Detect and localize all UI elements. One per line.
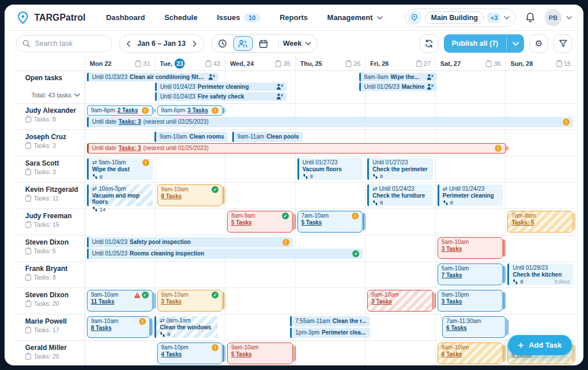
- calendar-view-button[interactable]: [254, 36, 273, 51]
- card-title: Perimeter clea...: [322, 329, 366, 336]
- task-card[interactable]: Until 01/24/23Fire safety check: [155, 92, 287, 101]
- card-time: 9am-10am: [371, 292, 399, 298]
- filter-button[interactable]: [554, 34, 572, 53]
- add-task-label: Add Task: [529, 341, 562, 349]
- card-time: 9am-10pm: [161, 344, 189, 351]
- task-card[interactable]: Until 01/24/23Perimeter cleaning: [155, 82, 287, 91]
- task-card[interactable]: 9am-10pm!4 Tasks: [157, 343, 223, 364]
- nav-item-management[interactable]: Management: [327, 13, 382, 22]
- publish-all-button[interactable]: Publish all (7): [444, 34, 524, 53]
- card-tasks-link[interactable]: 6 Tasks: [442, 351, 499, 358]
- nav-item-schedule[interactable]: Schedule: [164, 13, 197, 22]
- publish-dropdown[interactable]: [507, 34, 524, 53]
- edited-label: Edited: [554, 278, 570, 285]
- task-card[interactable]: 9am-10pm3 Tasks: [438, 290, 503, 312]
- nav-item-reports[interactable]: Reports: [280, 13, 308, 22]
- task-card[interactable]: 7:55am-11amClean the r...: [290, 316, 370, 326]
- task-card[interactable]: ⇄10am-3pmVacuum and mop floors14: [87, 184, 153, 206]
- task-card[interactable]: Until dateTasks: 3(nearest until 02/25/2…: [87, 117, 573, 127]
- next-week-button[interactable]: [190, 40, 199, 48]
- card-tasks-link[interactable]: Tasks: 5: [511, 219, 569, 226]
- task-card[interactable]: 7am-8amTasks: 5: [507, 211, 573, 233]
- task-card[interactable]: Until 01/27/23Check the perimeter8: [367, 158, 433, 180]
- person-label: Marie PowellTasks: 17: [16, 316, 85, 338]
- task-card[interactable]: 9am-10am✓11 Tasks: [87, 290, 153, 312]
- task-card[interactable]: ⇄0am-1amClean the windows8: [154, 316, 217, 338]
- card-tasks-link[interactable]: 3 Tasks: [161, 298, 219, 305]
- day-header-cell: Wed, 2435: [225, 56, 295, 70]
- task-card[interactable]: 9am-6pm2 Tasks!: [87, 105, 153, 116]
- card-title: Check the perimeter: [372, 166, 430, 173]
- card-tasks-link[interactable]: 8 Tasks: [161, 193, 219, 200]
- card-tasks-link[interactable]: 7 Tasks: [442, 272, 499, 279]
- nav-item-dashboard[interactable]: Dashboard: [106, 13, 145, 22]
- settings-button[interactable]: ⚙: [530, 34, 548, 53]
- task-card[interactable]: 9am-10am5 Tasks: [227, 343, 293, 364]
- card-tasks-link[interactable]: 3 Tasks: [371, 298, 429, 305]
- task-card[interactable]: 5am-10am7 Tasks: [438, 263, 503, 285]
- card-tasks-link[interactable]: 6 Tasks: [446, 325, 501, 332]
- task-card[interactable]: Until 01/26/23Machine: [359, 82, 438, 91]
- card-tasks-link[interactable]: 5 Tasks: [231, 351, 289, 358]
- task-card[interactable]: ⇄Until 01/24/23Perimeter cleaning8: [438, 184, 503, 206]
- task-card[interactable]: Until 01/27/23Vacuum floors8: [297, 158, 363, 180]
- task-card[interactable]: 7am-11:30am6 Tasks: [442, 316, 505, 338]
- card-tasks-link[interactable]: 8 Tasks: [91, 325, 146, 332]
- task-card[interactable]: ⇄Until 01/24/23Check the furniture8: [367, 184, 433, 206]
- task-card[interactable]: 7am-10am!5 Tasks: [297, 211, 363, 233]
- row-task-count: Tasks: 3: [25, 142, 80, 149]
- notifications-button[interactable]: [525, 12, 535, 23]
- day-task-count: 27: [416, 60, 431, 67]
- timeline-view-button[interactable]: [213, 36, 232, 51]
- card-tasks-link[interactable]: 3 Tasks: [442, 298, 499, 305]
- clipboard-icon: [486, 60, 492, 67]
- open-tasks-total[interactable]: Total: 43 tasks: [31, 92, 80, 99]
- card-tasks-link[interactable]: 4 Tasks: [161, 351, 219, 358]
- search-input[interactable]: [16, 35, 112, 52]
- user-menu[interactable]: PB: [545, 9, 572, 26]
- card-tasks-link[interactable]: 5 Tasks: [231, 219, 289, 226]
- clipboard-icon: [205, 60, 212, 67]
- card-time: 9am-10am: [231, 344, 259, 351]
- nav-item-label: Dashboard: [106, 13, 145, 22]
- task-card[interactable]: 9am-10am!8 Tasks: [87, 316, 150, 338]
- task-card[interactable]: 9am-10am3 Tasks: [438, 237, 503, 259]
- task-card[interactable]: 1pm-3pmPerimeter clea...: [290, 328, 370, 338]
- people-view-button[interactable]: [233, 36, 253, 51]
- card-time: 8am-9am: [364, 74, 388, 81]
- task-card[interactable]: 8am-9amWipe the...: [359, 73, 438, 81]
- task-card[interactable]: 9am-10am✓3 Tasks: [157, 290, 223, 312]
- refresh-button[interactable]: [420, 34, 438, 53]
- card-tasks-link[interactable]: 11 Tasks: [91, 298, 149, 305]
- period-select[interactable]: Week: [283, 40, 311, 48]
- task-card[interactable]: 9am-10am3 Tasks: [367, 290, 433, 312]
- card-tasks-link[interactable]: 2 Tasks: [117, 107, 138, 114]
- card-tasks-link[interactable]: Tasks: 3: [118, 145, 141, 152]
- card-tasks-link[interactable]: 3 Tasks: [188, 107, 208, 114]
- card-tasks-link[interactable]: 3 Tasks: [442, 246, 499, 253]
- task-card[interactable]: 9am-10am6 Tasks: [438, 343, 503, 364]
- card-tasks-link[interactable]: 5 Tasks: [301, 219, 359, 226]
- add-task-button[interactable]: + Add Task: [508, 335, 573, 355]
- card-tasks-link[interactable]: Tasks: 3: [118, 119, 141, 125]
- toolbar-right: Publish all (7) ⚙: [420, 34, 572, 53]
- task-card[interactable]: Until 01/28/23Check the kitchen8Edited: [507, 263, 573, 285]
- task-card[interactable]: 9am-6pm3 Tasks!: [157, 105, 223, 116]
- task-card[interactable]: ⇄9am-10am!Wipe the dust8: [87, 158, 153, 180]
- nav-item-issues[interactable]: Issues10: [217, 13, 260, 22]
- task-card[interactable]: 8am-9am✓5 Tasks: [227, 211, 293, 233]
- task-card[interactable]: Until 01/23/23Clean air conditioning fil…: [87, 73, 218, 81]
- task-card[interactable]: 9am-11amClean pools: [232, 132, 303, 142]
- prev-week-button[interactable]: [124, 40, 133, 48]
- task-card[interactable]: Until dateTasks: 3(nearest until 01/25/2…: [87, 143, 506, 153]
- checkpoint-count: 8: [380, 199, 383, 206]
- calendar-row: Marie PowellTasks: 179am-10am!8 Tasks⇄0a…: [16, 314, 575, 341]
- check-icon: ✓: [352, 250, 359, 257]
- card-title: Fire safety check: [198, 93, 244, 100]
- task-card[interactable]: Until 01/25/23Rooms cleaning inspection✓: [87, 249, 363, 259]
- task-card[interactable]: Until 01/24/23Safety pool inspection!: [87, 237, 293, 247]
- date-range-label: Jan 6 – Jan 13: [135, 40, 188, 48]
- location-selector[interactable]: Main Building +3: [405, 9, 516, 27]
- task-card[interactable]: 9am-10amClean rooms: [154, 132, 227, 142]
- task-card[interactable]: 9am-10am✓8 Tasks: [157, 184, 223, 206]
